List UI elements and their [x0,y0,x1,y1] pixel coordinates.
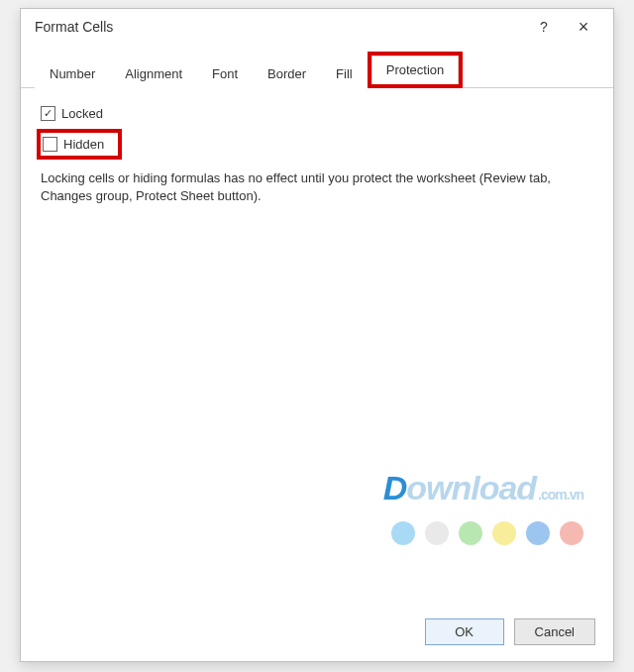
tab-font[interactable]: Font [197,59,253,88]
watermark-text: Download.com.vn [383,469,583,506]
watermark: Download.com.vn [383,469,583,507]
watermark-rest: ownload [406,469,536,506]
color-dot [459,521,482,545]
hidden-row: Hidden [43,135,104,154]
color-dot [425,521,449,545]
cancel-button[interactable]: Cancel [514,618,595,645]
tab-number[interactable]: Number [35,59,110,88]
dialog-title: Format Cells [35,19,524,35]
tab-protection[interactable]: Protection [371,56,460,84]
hidden-label: Hidden [63,137,104,152]
highlight-protection-tab: Protection [368,52,464,88]
color-dot [560,521,583,545]
format-cells-dialog: Format Cells ? × Number Alignment Font B… [20,8,614,662]
help-button[interactable]: ? [524,13,564,41]
tabs-row: Number Alignment Font Border Fill Protec… [21,45,613,88]
color-dot [526,521,550,545]
ok-button[interactable]: OK [425,618,504,645]
hidden-checkbox[interactable] [43,137,57,152]
color-dot [391,521,415,545]
dialog-footer: OK Cancel [21,607,613,661]
watermark-suffix: .com.vn [538,487,583,503]
tab-content: Locked Hidden Locking cells or hiding fo… [21,88,613,607]
watermark-prefix: D [383,469,407,506]
tab-fill[interactable]: Fill [321,59,368,88]
description-text: Locking cells or hiding formulas has no … [41,169,593,205]
close-button[interactable]: × [564,13,603,41]
color-dot [492,521,516,545]
locked-label: Locked [61,106,103,121]
titlebar: Format Cells ? × [21,9,613,45]
locked-checkbox[interactable] [41,106,55,121]
locked-row: Locked [41,104,593,123]
help-icon: ? [540,19,548,35]
color-dots [391,521,583,545]
highlight-hidden-row: Hidden [37,129,122,160]
tab-alignment[interactable]: Alignment [110,59,197,88]
close-icon: × [579,17,589,38]
tab-border[interactable]: Border [253,59,321,88]
